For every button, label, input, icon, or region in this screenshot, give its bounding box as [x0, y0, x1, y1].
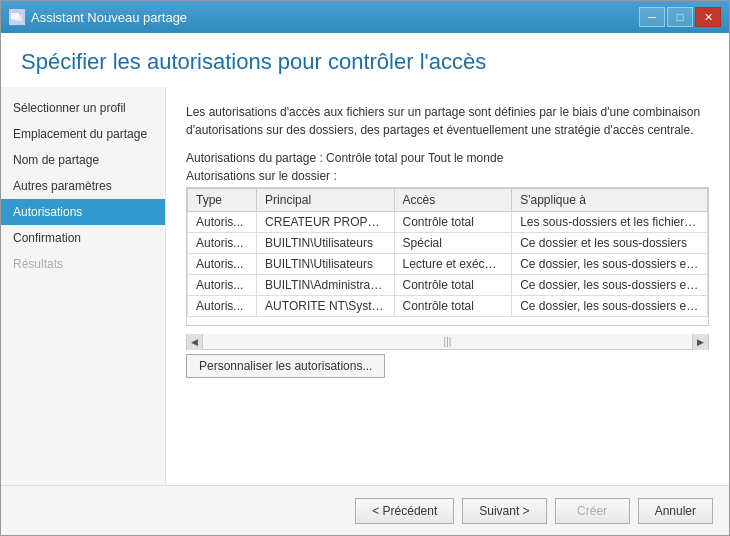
- create-button[interactable]: Créer: [555, 498, 630, 524]
- sidebar-item-nom[interactable]: Nom de partage: [1, 147, 165, 173]
- app-icon: [9, 9, 25, 25]
- minimize-button[interactable]: ─: [639, 7, 665, 27]
- scroll-right-arrow[interactable]: ▶: [692, 334, 708, 350]
- cell-principal: AUTORITE NT\Système: [257, 296, 394, 317]
- page-title: Spécifier les autorisations pour contrôl…: [21, 49, 709, 75]
- title-bar: Assistant Nouveau partage ─ □ ✕: [1, 1, 729, 33]
- cell-applique: Ce dossier, les sous-dossiers et les f: [512, 296, 708, 317]
- cell-principal: BUILTIN\Administrateurs: [257, 275, 394, 296]
- cell-principal: BUILTIN\Utilisateurs: [257, 254, 394, 275]
- back-button[interactable]: < Précédent: [355, 498, 454, 524]
- cell-applique: Ce dossier, les sous-dossiers et les f: [512, 275, 708, 296]
- table-row[interactable]: Autoris... BUILTIN\Administrateurs Contr…: [188, 275, 708, 296]
- sidebar-item-emplacement[interactable]: Emplacement du partage: [1, 121, 165, 147]
- description-text: Les autorisations d'accès aux fichiers s…: [186, 103, 709, 139]
- sidebar-item-profil[interactable]: Sélectionner un profil: [1, 95, 165, 121]
- sidebar: Sélectionner un profil Emplacement du pa…: [1, 87, 166, 485]
- col-header-applique: S'applique à: [512, 189, 708, 212]
- col-header-principal: Principal: [257, 189, 394, 212]
- folder-permissions-label: Autorisations sur le dossier :: [186, 169, 709, 183]
- sidebar-item-resultats: Résultats: [1, 251, 165, 277]
- permissions-table: Type Principal Accès S'applique à Autori…: [187, 188, 708, 317]
- table-row[interactable]: Autoris... CREATEUR PROPRIETAI... Contrô…: [188, 212, 708, 233]
- cell-acces: Spécial: [394, 233, 512, 254]
- window-title: Assistant Nouveau partage: [31, 10, 187, 25]
- cell-acces: Contrôle total: [394, 212, 512, 233]
- cell-type: Autoris...: [188, 275, 257, 296]
- next-button[interactable]: Suivant >: [462, 498, 546, 524]
- window-controls: ─ □ ✕: [639, 7, 721, 27]
- scroll-track[interactable]: |||: [203, 334, 692, 349]
- cell-type: Autoris...: [188, 233, 257, 254]
- table-row[interactable]: Autoris... BUILTIN\Utilisateurs Lecture …: [188, 254, 708, 275]
- scroll-left-arrow[interactable]: ◀: [187, 334, 203, 350]
- footer: < Précédent Suivant > Créer Annuler: [1, 485, 729, 535]
- cell-acces: Contrôle total: [394, 296, 512, 317]
- table-row[interactable]: Autoris... AUTORITE NT\Système Contrôle …: [188, 296, 708, 317]
- svg-rect-1: [14, 15, 22, 21]
- cell-applique: Les sous-dossiers et les fichiers seu: [512, 212, 708, 233]
- title-bar-left: Assistant Nouveau partage: [9, 9, 187, 25]
- cell-acces: Lecture et exécution: [394, 254, 512, 275]
- permissions-table-wrapper: Type Principal Accès S'applique à Autori…: [186, 187, 709, 326]
- horizontal-scrollbar[interactable]: ◀ ||| ▶: [186, 334, 709, 350]
- cell-acces: Contrôle total: [394, 275, 512, 296]
- cell-principal: CREATEUR PROPRIETAI...: [257, 212, 394, 233]
- sidebar-item-autres[interactable]: Autres paramètres: [1, 173, 165, 199]
- page-title-bar: Spécifier les autorisations pour contrôl…: [1, 33, 729, 87]
- customize-button[interactable]: Personnaliser les autorisations...: [186, 354, 385, 378]
- cell-type: Autoris...: [188, 296, 257, 317]
- cell-type: Autoris...: [188, 254, 257, 275]
- cell-principal: BUILTIN\Utilisateurs: [257, 233, 394, 254]
- col-header-type: Type: [188, 189, 257, 212]
- right-panel: Les autorisations d'accès aux fichiers s…: [166, 87, 729, 485]
- close-button[interactable]: ✕: [695, 7, 721, 27]
- table-row[interactable]: Autoris... BUILTIN\Utilisateurs Spécial …: [188, 233, 708, 254]
- cancel-button[interactable]: Annuler: [638, 498, 713, 524]
- cell-applique: Ce dossier, les sous-dossiers et les f: [512, 254, 708, 275]
- sidebar-item-confirmation[interactable]: Confirmation: [1, 225, 165, 251]
- table-header-row: Type Principal Accès S'applique à: [188, 189, 708, 212]
- col-header-acces: Accès: [394, 189, 512, 212]
- maximize-button[interactable]: □: [667, 7, 693, 27]
- scroll-position-indicator: |||: [444, 336, 452, 347]
- sidebar-item-autorisations[interactable]: Autorisations: [1, 199, 165, 225]
- main-window: Assistant Nouveau partage ─ □ ✕ Spécifie…: [0, 0, 730, 536]
- content-area: Spécifier les autorisations pour contrôl…: [1, 33, 729, 485]
- share-permissions-label: Autorisations du partage : Contrôle tota…: [186, 151, 709, 165]
- main-body: Sélectionner un profil Emplacement du pa…: [1, 87, 729, 485]
- cell-applique: Ce dossier et les sous-dossiers: [512, 233, 708, 254]
- cell-type: Autoris...: [188, 212, 257, 233]
